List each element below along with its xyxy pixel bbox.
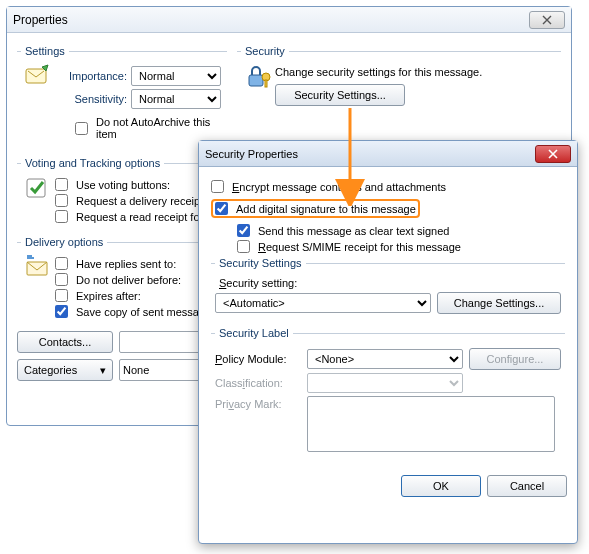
contacts-button[interactable]: Contacts... bbox=[17, 331, 113, 353]
classification-label: Classification: bbox=[215, 377, 301, 389]
ok-button[interactable]: OK bbox=[401, 475, 481, 497]
sec-settings-legend: Security Settings bbox=[215, 257, 306, 269]
security-legend: Security bbox=[241, 45, 289, 57]
autoarchive-label: Do not AutoArchive this item bbox=[96, 116, 223, 140]
sec-setting-label: Security setting: bbox=[219, 277, 561, 289]
expires-label: Expires after: bbox=[76, 290, 141, 302]
close-icon bbox=[541, 15, 553, 25]
importance-label: Importance: bbox=[55, 70, 127, 82]
close-button[interactable] bbox=[535, 145, 571, 163]
expires-checkbox[interactable] bbox=[55, 289, 68, 302]
settings-legend: Settings bbox=[21, 45, 69, 57]
save-copy-label: Save copy of sent message bbox=[76, 306, 211, 318]
categories-button[interactable]: Categories ▾ bbox=[17, 359, 113, 381]
categories-button-label: Categories bbox=[24, 364, 77, 376]
security-properties-titlebar: Security Properties bbox=[199, 141, 577, 167]
voting-legend: Voting and Tracking options bbox=[21, 157, 164, 169]
add-signature-highlight: Add digital signature to this message bbox=[211, 199, 420, 218]
svg-rect-1 bbox=[249, 75, 263, 86]
encrypt-label: EEncrypt message contents and attachment… bbox=[232, 181, 446, 193]
clear-text-label: Send this message as clear text signed bbox=[258, 225, 449, 237]
delivery-receipt-checkbox[interactable] bbox=[55, 194, 68, 207]
have-replies-checkbox[interactable] bbox=[55, 257, 68, 270]
svg-rect-0 bbox=[26, 69, 46, 83]
change-settings-button[interactable]: Change Settings... bbox=[437, 292, 561, 314]
properties-title: Properties bbox=[13, 13, 68, 27]
classification-select bbox=[307, 373, 463, 393]
security-icon bbox=[241, 63, 275, 97]
settings-group: Settings Importance: Normal Sensitivity:… bbox=[17, 45, 227, 145]
add-signature-checkbox[interactable] bbox=[215, 202, 228, 215]
security-group: Security Change security settings for th… bbox=[237, 45, 561, 145]
close-icon bbox=[547, 149, 559, 159]
configure-button: Configure... bbox=[469, 348, 561, 370]
add-signature-label: Add digital signature to this message bbox=[236, 203, 416, 215]
importance-select[interactable]: Normal bbox=[131, 66, 221, 86]
security-settings-button[interactable]: Security Settings... bbox=[275, 84, 405, 106]
properties-titlebar: Properties bbox=[7, 7, 571, 33]
encrypt-checkbox[interactable] bbox=[211, 180, 224, 193]
sensitivity-label: Sensitivity: bbox=[55, 93, 127, 105]
autoarchive-checkbox[interactable] bbox=[75, 122, 88, 135]
security-description: Change security settings for this messag… bbox=[275, 66, 482, 78]
sensitivity-select[interactable]: Normal bbox=[131, 89, 221, 109]
security-setting-select[interactable]: <Automatic> bbox=[215, 293, 431, 313]
not-before-checkbox[interactable] bbox=[55, 273, 68, 286]
security-properties-title: Security Properties bbox=[205, 148, 298, 160]
delivery-icon bbox=[21, 254, 55, 288]
dropdown-icon: ▾ bbox=[100, 364, 106, 377]
sec-settings-group: Security Settings Security setting: Secu… bbox=[211, 257, 565, 319]
privacy-mark-field bbox=[307, 396, 555, 452]
read-receipt-checkbox[interactable] bbox=[55, 210, 68, 223]
close-button[interactable] bbox=[529, 11, 565, 29]
use-voting-label: Use voting buttons: bbox=[76, 179, 170, 191]
have-replies-label: Have replies sent to: bbox=[76, 258, 176, 270]
smime-receipt-checkbox[interactable] bbox=[237, 240, 250, 253]
settings-icon bbox=[21, 63, 55, 97]
privacy-mark-label: Privacy Mark: bbox=[215, 396, 301, 410]
voting-icon bbox=[21, 175, 55, 209]
policy-module-label: Policy Module: bbox=[215, 353, 301, 365]
sec-label-legend: Security Label bbox=[215, 327, 293, 339]
policy-module-select[interactable]: <None> bbox=[307, 349, 463, 369]
not-before-label: Do not deliver before: bbox=[76, 274, 181, 286]
sec-label-group: Security Label Policy Module: Policy Mod… bbox=[211, 327, 565, 457]
smime-receipt-label: RRequest S/MIME receipt for this message… bbox=[258, 241, 461, 253]
delivery-legend: Delivery options bbox=[21, 236, 107, 248]
use-voting-checkbox[interactable] bbox=[55, 178, 68, 191]
clear-text-checkbox[interactable] bbox=[237, 224, 250, 237]
svg-rect-3 bbox=[265, 80, 267, 87]
security-properties-window: Security Properties EEncrypt message con… bbox=[198, 140, 578, 544]
save-copy-checkbox[interactable] bbox=[55, 305, 68, 318]
cancel-button[interactable]: Cancel bbox=[487, 475, 567, 497]
